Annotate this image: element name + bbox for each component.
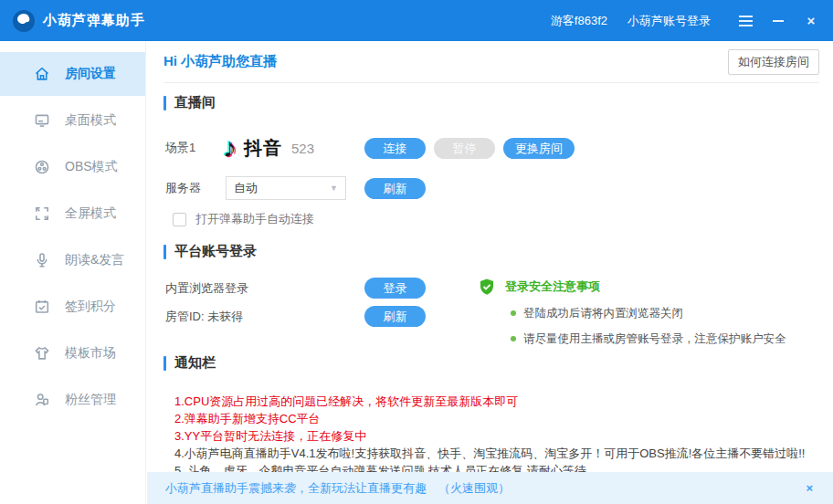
- notice-item: 4.小葫芦电商直播助手V4.1发布啦!支持获取抖音、快手、淘宝推流码、淘宝多开！…: [174, 445, 819, 462]
- section-title-text: 通知栏: [174, 354, 216, 372]
- tip-text: 请尽量使用主播或房管账号登录，注意保护账户安全: [523, 331, 786, 347]
- platform-badge: ♪ 抖音 523: [223, 134, 364, 162]
- sidebar-item-room-settings[interactable]: 房间设置: [0, 52, 145, 96]
- close-icon[interactable]: ×: [802, 12, 820, 30]
- sidebar-item-fullscreen-mode[interactable]: 全屏模式: [0, 192, 145, 236]
- calendar-check-icon: [33, 298, 51, 316]
- admin-refresh-button[interactable]: 刷新: [364, 306, 426, 327]
- server-label: 服务器: [165, 180, 226, 196]
- room-id-value: 523: [291, 141, 314, 156]
- greeting-title: Hi 小葫芦助您直播: [163, 53, 277, 70]
- sidebar-item-label: 签到积分: [65, 299, 116, 315]
- sidebar-item-label: 桌面模式: [65, 112, 116, 129]
- sidebar-item-label: 朗读&发言: [65, 252, 124, 268]
- promo-banner[interactable]: 小葫芦直播助手震撼来袭，全新玩法让直播更有趣 （火速围观） ×: [147, 472, 833, 504]
- browser-login-label: 内置浏览器登录: [165, 280, 364, 297]
- sidebar-item-obs-mode[interactable]: OBS模式: [0, 145, 145, 189]
- notice-list: 1.CPU资源占用过高的问题已经解决，将软件更新至最新版本即可 2.弹幕助手新增…: [174, 393, 819, 479]
- fans-icon: [33, 391, 51, 409]
- how-to-connect-button[interactable]: 如何连接房间: [728, 49, 819, 75]
- section-bar: [163, 96, 166, 110]
- sidebar: 房间设置 桌面模式 OBS模式 全屏模式 朗读&发言: [0, 41, 146, 504]
- sidebar-item-label: 房间设置: [65, 66, 116, 82]
- platform-login-section-title: 平台账号登录: [163, 243, 833, 260]
- promo-banner-text[interactable]: 小葫芦直播助手震撼来袭，全新玩法让直播更有趣 （火速围观）: [165, 480, 510, 497]
- fullscreen-icon: [33, 205, 51, 223]
- sidebar-item-label: 全屏模式: [65, 205, 116, 222]
- obs-icon: [33, 158, 51, 176]
- notice-item: 3.YY平台暂时无法连接，正在修复中: [174, 427, 819, 445]
- main-header: Hi 小葫芦助您直播 如何连接房间: [163, 41, 819, 83]
- scene-row: 场景1 ♪ 抖音 523 连接 暂停 更换房间: [165, 132, 833, 163]
- list-item: 请尽量使用主播或房管账号登录，注意保护账户安全: [478, 331, 807, 347]
- sidebar-item-label: OBS模式: [65, 159, 118, 175]
- sidebar-item-speech[interactable]: 朗读&发言: [0, 238, 145, 282]
- notice-item: 2.弹幕助手新增支持CC平台: [174, 410, 819, 427]
- list-item: 登陆成功后请将内置浏览器关闭: [478, 306, 807, 321]
- connect-button[interactable]: 连接: [364, 138, 426, 159]
- notice-item: 1.CPU资源占用过高的问题已经解决，将软件更新至最新版本即可: [174, 393, 819, 410]
- microphone-icon: [33, 251, 51, 269]
- section-title-text: 平台账号登录: [174, 243, 257, 260]
- app-title: 小葫芦弹幕助手: [43, 12, 145, 29]
- bullet-dot-icon: [511, 336, 516, 341]
- login-button[interactable]: 登录: [364, 278, 426, 299]
- section-bar: [163, 245, 166, 259]
- main-content: Hi 小葫芦助您直播 如何连接房间 直播间 场景1 ♪ 抖音 523 连接 暂停…: [147, 41, 833, 504]
- login-block: 内置浏览器登录 登录 房管ID: 未获得 刷新 登录安全注意事项 登陆成功后请将…: [147, 278, 833, 327]
- section-title-text: 直播间: [174, 94, 216, 111]
- tshirt-icon: [33, 344, 51, 362]
- sidebar-item-template-market[interactable]: 模板市场: [0, 331, 145, 375]
- admin-id-label: 房管ID: 未获得: [165, 309, 364, 325]
- bullet-dot-icon: [511, 310, 516, 316]
- sidebar-item-label: 粉丝管理: [65, 392, 116, 408]
- auto-connect-row: 打开弹幕助手自动连接: [173, 212, 833, 226]
- minimize-icon[interactable]: [769, 12, 787, 30]
- app-logo-icon: [13, 10, 35, 32]
- sidebar-item-desktop-mode[interactable]: 桌面模式: [0, 99, 145, 142]
- section-bar: [163, 356, 166, 371]
- douyin-logo-icon: ♪: [223, 134, 237, 162]
- chevron-down-icon: ▼: [330, 184, 338, 193]
- tip-text: 登陆成功后请将内置浏览器关闭: [523, 306, 683, 321]
- sidebar-item-checkin-points[interactable]: 签到积分: [0, 285, 145, 329]
- server-row: 服务器 自动 ▼ 刷新: [165, 176, 833, 200]
- banner-close-icon[interactable]: ×: [806, 481, 813, 495]
- security-tips-title[interactable]: 登录安全注意事项: [505, 278, 600, 295]
- security-tips: 登录安全注意事项 登陆成功后请将内置浏览器关闭 请尽量使用主播或房管账号登录，注…: [478, 278, 807, 347]
- auto-connect-label: 打开弹幕助手自动连接: [195, 211, 314, 227]
- server-selected-value: 自动: [234, 180, 258, 196]
- account-login-link[interactable]: 小葫芦账号登录: [627, 13, 711, 29]
- auto-connect-checkbox[interactable]: [173, 213, 186, 226]
- app-window: 小葫芦弹幕助手 游客f863f2 小葫芦账号登录 × 房间设置 桌面模: [0, 0, 833, 504]
- desktop-icon: [33, 111, 51, 130]
- guest-id-label[interactable]: 游客f863f2: [551, 13, 607, 29]
- change-room-button[interactable]: 更换房间: [503, 138, 575, 159]
- sidebar-item-label: 模板市场: [65, 345, 116, 362]
- server-select[interactable]: 自动 ▼: [226, 176, 346, 200]
- notice-section-title: 通知栏: [163, 354, 833, 372]
- platform-name: 抖音: [244, 136, 282, 161]
- home-icon: [33, 65, 51, 83]
- shield-check-icon: [478, 278, 496, 296]
- menu-icon[interactable]: [736, 12, 754, 30]
- sidebar-item-fans-management[interactable]: 粉丝管理: [0, 378, 145, 422]
- titlebar: 小葫芦弹幕助手 游客f863f2 小葫芦账号登录 ×: [0, 0, 833, 41]
- live-room-section-title: 直播间: [163, 94, 833, 111]
- server-refresh-button[interactable]: 刷新: [364, 178, 426, 199]
- scene-label: 场景1: [165, 140, 223, 156]
- pause-button[interactable]: 暂停: [434, 138, 495, 159]
